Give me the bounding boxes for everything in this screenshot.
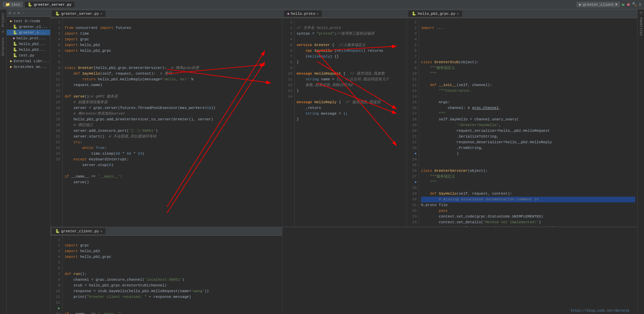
proto-line-numbers: 1 2 3 4 5 6 7 8 9 10 11 (282, 18, 295, 227)
top-bar-left: 📁 test 🐍 greeter_server.py (3, 2, 74, 7)
panel-proto-tabbar: ◆ hello.proto ✕ (282, 9, 407, 18)
bottom-right-panel (282, 227, 637, 314)
bottom-left-code: 1 2 3 4 5 6 7 8 9 10 11 12 ▶ (50, 236, 282, 314)
sidebar-tree: ▶ test D:/code 🐍 greeter_cl... 🐍 greeter… (7, 17, 50, 314)
panel-pb2grpc-tabbar: 🐍 hello_pb2_grpc.py ✕ (407, 9, 637, 18)
tree-item-external-libs[interactable]: ▶ External Libr... (7, 58, 50, 64)
server-code-content: from concurrent import futures import ti… (63, 18, 282, 227)
py-file-icon: 🐍 (13, 25, 17, 29)
run-config-icon: ▶ (579, 2, 581, 7)
tab-client[interactable]: 🐍 greeter_client.py ✕ (52, 228, 106, 234)
panel-server: 🐍 greeter_server.py ✕ 1 2 3 4 5 6 (50, 9, 282, 227)
app-root: 📁 test 🐍 greeter_server.py ▶ greeter_cli… (0, 0, 644, 314)
py-file-icon5: 🐍 (13, 53, 17, 57)
pb2grpc-close-icon[interactable]: ✕ (457, 12, 459, 16)
settings-icon[interactable]: ⚙ (639, 2, 641, 7)
client-tab-py-icon: 🐍 (55, 229, 60, 233)
client-close-icon[interactable]: ✕ (100, 229, 102, 233)
client-code-content: import grpc import hello_pb2 import hell… (63, 236, 282, 314)
server-line-numbers: 1 2 3 4 5 6 7 8 9 10 11 (50, 18, 63, 227)
pb2grpc-tab-icon: 🐍 (412, 11, 416, 16)
panel-pb2grpc-code: 1 2 3 4 5 6 7 8 9 10 11 12 13 (407, 18, 637, 227)
py-icon: 🐍 (28, 2, 32, 7)
tree-item-greeter-server[interactable]: 🐍 greeter_s... (7, 30, 50, 35)
py-tab-icon: 🐍 (55, 11, 60, 16)
tree-item-hello-proto[interactable]: ◆ hello.prot... (7, 35, 50, 41)
editors-area: 🐍 greeter_server.py ✕ 1 2 3 4 5 6 (50, 9, 637, 314)
run-button[interactable]: ▶ (622, 2, 625, 7)
vtab-structure[interactable]: Structure (1, 36, 6, 58)
panel-proto-code: 1 2 3 4 5 6 7 8 9 10 11 (282, 18, 407, 227)
pb2grpc-code-content: import ... class GreeterStub(object): ""… (419, 18, 637, 227)
client-line-numbers: 1 2 3 4 5 6 7 8 9 10 11 12 ▶ (50, 236, 63, 314)
client-tab[interactable]: ▶ greeter_client ▼ (576, 2, 620, 7)
tab-proto[interactable]: ◆ hello.proto ✕ (284, 10, 322, 17)
main-layout: 1: Project Structure ⚙ ↺ ⊕ − ▶ test D:/c… (0, 9, 644, 314)
sidebar-header: ⚙ ↺ ⊕ − (7, 9, 50, 17)
url-bar: https://blog.csdn.net/daronja (569, 308, 631, 313)
sidebar-toolbar-icons: ⚙ ↺ ⊕ − (9, 11, 24, 15)
tab-pb2grpc[interactable]: 🐍 hello_pb2_grpc.py ✕ (408, 10, 462, 17)
stop-button[interactable]: ■ (627, 2, 630, 7)
dropdown-arrow-icon: ▼ (615, 3, 617, 7)
proto-tab-icon: ◆ (287, 11, 290, 16)
bottom-panels: 🐍 greeter_client.py ✕ 1 2 3 4 5 6 (50, 227, 637, 314)
folder-icon2: ▶ (10, 59, 12, 63)
proto-close-icon[interactable]: ✕ (316, 12, 318, 16)
top-editor-panels: 🐍 greeter_server.py ✕ 1 2 3 4 5 6 (50, 9, 637, 227)
folder-icon: ▶ (10, 19, 12, 23)
pb2grpc-line-numbers: 1 2 3 4 5 6 7 8 9 10 11 12 13 (407, 18, 419, 227)
right-vtabs: 2: Favorites (637, 9, 644, 314)
tree-item-test[interactable]: ▶ test D:/code (7, 18, 50, 24)
build-button[interactable]: 🔨 (632, 2, 637, 7)
py-file-icon4: 🐍 (13, 47, 17, 52)
vtab-project[interactable]: 1: Project (1, 11, 6, 35)
sidebar: ⚙ ↺ ⊕ − ▶ test D:/code 🐍 greeter_cl... 🐍… (7, 9, 50, 314)
bottom-left-panel: 🐍 greeter_client.py ✕ 1 2 3 4 5 6 (50, 227, 282, 314)
server-file-tab[interactable]: 🐍 greeter_server.py (25, 2, 74, 7)
tree-item-scratches[interactable]: ▶ Scratches an... (7, 64, 50, 70)
tree-item-greeter-client[interactable]: 🐍 greeter_cl... (7, 24, 50, 30)
tree-item-hello-pb2-grpc[interactable]: 🐍 hello_pb2... (7, 47, 50, 52)
project-icon: 📁 (5, 2, 10, 7)
py-file-icon2: 🐍 (13, 30, 17, 35)
panel-pb2grpc: 🐍 hello_pb2_grpc.py ✕ 1 2 3 4 5 6 (407, 9, 637, 227)
panel-server-tabbar: 🐍 greeter_server.py ✕ (50, 9, 282, 18)
panel-proto: ◆ hello.proto ✕ 1 2 3 4 5 6 (282, 9, 407, 227)
tab-server[interactable]: 🐍 greeter_server.py ✕ (52, 10, 106, 17)
proto-code-content: // 文件名 hello.proto syntax = "proto3";//使… (295, 18, 407, 227)
py-file-icon3: 🐍 (13, 42, 17, 46)
tree-item-test-py[interactable]: 🐍 test.py (7, 52, 50, 58)
bottom-tab-bar: 🐍 greeter_client.py ✕ (50, 227, 282, 236)
top-bar: 📁 test 🐍 greeter_server.py ▶ greeter_cli… (0, 0, 644, 9)
project-tab[interactable]: 📁 test (3, 2, 23, 7)
panel-server-code: 1 2 3 4 5 6 7 8 9 10 11 (50, 18, 282, 227)
tree-item-hello-pb2[interactable]: 🐍 hello_pb2... (7, 41, 50, 47)
close-icon[interactable]: ✕ (100, 12, 102, 16)
vtab-favorites[interactable]: 2: Favorites (638, 9, 643, 38)
proto-file-icon: ◆ (13, 36, 15, 40)
folder-icon3: ▶ (10, 65, 12, 69)
top-bar-right: ▶ greeter_client ▼ ▶ ■ 🔨 ⚙ (576, 2, 641, 7)
left-vtabs: 1: Project Structure (0, 9, 7, 314)
